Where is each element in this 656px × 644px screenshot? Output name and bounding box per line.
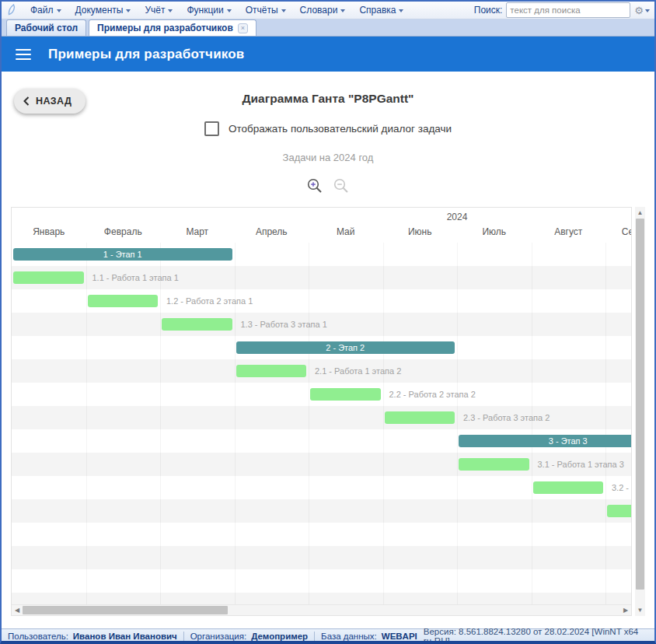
gantt-gridline [309,453,309,476]
gantt-month-label: Июль [457,226,532,237]
gantt-row: 1.3 - Работа 3 этапа 1 [12,313,631,336]
hamburger-menu-icon[interactable] [16,46,31,63]
menubar-item[interactable]: Функции [180,5,238,16]
app-header: Примеры для разработчиков [2,37,654,72]
gantt-gridline [309,243,309,266]
gantt-gridline [160,313,161,336]
menubar-item[interactable]: Файл [23,5,68,16]
gantt-gridline [605,336,606,359]
gantt-gridline [86,476,87,499]
gantt-gridline [383,593,384,605]
gantt-task-bar[interactable] [13,271,84,284]
menubar-item[interactable]: Словари [293,5,353,16]
statusbar-org-label: Организация: [190,632,247,641]
gantt-stage-bar[interactable]: 3 - Этап 3 [459,435,631,447]
gantt-task-bar[interactable] [607,505,631,517]
gantt-gridline [235,336,236,359]
scroll-down-arrow-icon[interactable]: ▼ [635,605,645,615]
horizontal-scrollbar[interactable]: ◀ ▶ [12,604,631,615]
menubar-item[interactable]: Учёт [138,5,180,16]
tab-label: Примеры для разработчиков [97,23,233,33]
gantt-gridline [383,289,384,313]
gantt-gridline [532,523,532,546]
gantt-gridline [532,569,532,593]
gantt-task-bar[interactable] [533,481,604,494]
search-input[interactable] [506,2,630,18]
menubar-item-label: Файл [30,5,54,16]
gantt-stage-bar[interactable]: 2 - Этап 2 [236,341,455,354]
app-logo-icon [6,4,23,16]
menubar-item[interactable]: Отчёты [239,5,293,16]
gantt-gridline [532,336,532,359]
gantt-gridline [86,499,87,523]
gantt-row [12,569,631,593]
scroll-right-arrow-icon[interactable]: ▶ [621,605,630,615]
zoom-in-icon[interactable] [306,177,323,194]
gantt-task-label: 1.2 - Работа 2 этапа 1 [166,295,253,307]
scroll-left-arrow-icon[interactable]: ◀ [12,605,22,615]
chevron-down-icon [281,9,286,12]
gantt-gridline [86,406,87,429]
gantt-stage-bar[interactable]: 1 - Этап 1 [13,248,232,261]
menubar-item-label: Учёт [145,5,165,16]
chevron-down-icon [227,9,232,12]
horizontal-scroll-thumb[interactable] [23,606,228,614]
gantt-gridline [605,569,606,593]
vertical-scrollbar[interactable]: ▲ ▼ [635,207,645,616]
gantt-gridline [160,289,161,313]
zoom-out-icon[interactable] [333,177,350,194]
vertical-scroll-thumb[interactable] [636,219,644,590]
gantt-gridline [605,313,606,336]
gantt-gridline [532,313,532,336]
gantt-month-label: Май [309,226,383,237]
gantt-gridline [605,266,606,289]
gantt-task-bar[interactable] [459,458,529,471]
search-zone: Поиск: ⚙ [474,2,654,18]
gantt-task-bar[interactable] [385,411,455,424]
gantt-gridline [383,453,384,476]
gantt-gridline [86,569,87,593]
gantt-gridline [160,429,161,453]
gantt-gridline [457,406,458,429]
statusbar-user-label: Пользователь: [8,632,68,641]
gantt-task-bar[interactable] [88,295,159,307]
gantt-row: 2.2 - Работа 2 этапа 2 [12,383,631,406]
gantt-row: 3.1 - Работа 1 этапа 3 [12,453,631,476]
gantt-gridline [160,569,161,593]
tab-item[interactable]: Рабочий стол [6,19,86,36]
gantt-gridline [532,383,532,406]
gantt-month-label: Март [160,226,235,237]
gantt-task-label: 2.2 - Работа 2 этапа 2 [389,388,476,401]
statusbar: Пользователь: Иванов Иван Иванович Орган… [2,628,654,642]
tab-label: Рабочий стол [15,23,78,33]
gantt-gridline [605,499,606,523]
gantt-gridline [235,453,236,476]
chevron-down-icon [340,9,345,12]
dialog-checkbox[interactable] [204,121,219,136]
tab-item[interactable]: Примеры для разработчиков× [89,19,256,36]
gantt-gridline [532,593,532,605]
gantt-gridline [309,476,309,499]
menubar-item[interactable]: Справка [352,5,410,16]
gantt-gridline [160,336,161,359]
gantt-task-bar[interactable] [162,318,232,331]
tab-close-icon[interactable]: × [238,23,248,33]
gantt-task-label: 2.1 - Работа 1 этапа 2 [315,365,401,377]
gantt-month-label: Февраль [86,226,161,237]
dialog-checkbox-row: Отображать пользовательский диалог задач… [2,121,654,136]
gantt-gridline [532,476,532,499]
scroll-up-arrow-icon[interactable]: ▲ [635,208,645,218]
menubar-item[interactable]: Документы [68,5,138,16]
gantt-task-bar[interactable] [310,388,381,401]
gantt-task-bar[interactable] [236,365,307,377]
gantt-year-label: 2024 [12,212,631,222]
statusbar-org-value: Демопример [251,632,308,641]
gantt-gridline [383,383,384,406]
menubar-item-label: Словари [300,5,338,16]
gantt-gridline [532,546,532,569]
settings-gear-button[interactable]: ⚙ [634,5,650,16]
chevron-down-icon [126,9,131,12]
gantt-gridline [457,499,458,523]
gantt-task-label: 1.3 - Работа 3 этапа 1 [241,318,327,331]
gantt-gridline [86,266,87,289]
